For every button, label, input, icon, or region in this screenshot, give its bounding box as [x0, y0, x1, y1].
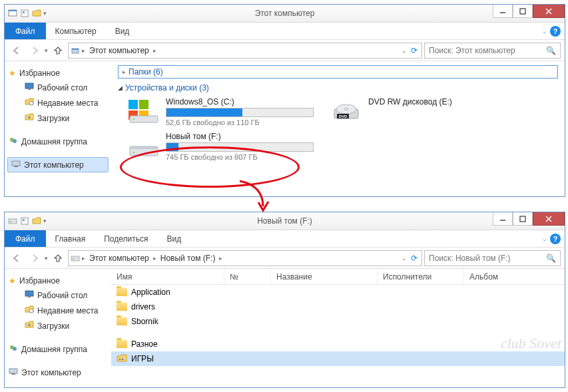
svg-rect-5 — [520, 9, 525, 14]
address-dropdown-icon[interactable]: ⌄ — [402, 255, 407, 262]
sidebar-favorites[interactable]: ★ Избранное — [7, 67, 109, 80]
columns-header[interactable]: Имя № Название Исполнители Альбом — [111, 269, 565, 285]
breadcrumb-segment[interactable]: Этот компьютер — [87, 251, 152, 266]
ribbon-file-tab[interactable]: Файл — [5, 230, 46, 247]
ribbon-file-tab[interactable]: Файл — [5, 23, 46, 39]
svg-point-12 — [29, 101, 33, 105]
drive-f[interactable]: Новый том (F:) 745 ГБ свободно из 807 ГБ — [127, 132, 314, 161]
svg-rect-3 — [23, 11, 25, 13]
sidebar-item-desktop[interactable]: Рабочий стол — [21, 80, 109, 95]
search-icon[interactable]: 🔍 — [546, 254, 556, 263]
sidebar-item-downloads[interactable]: Загрузки — [21, 318, 109, 333]
address-bar[interactable]: ▸ Этот компьютер ▸ Новый том (F:) ▸ ⌄ ⟳ — [68, 250, 422, 266]
qat-dropdown-icon[interactable]: ▾ — [43, 218, 47, 224]
search-input[interactable] — [429, 46, 542, 55]
help-icon[interactable]: ? — [550, 26, 561, 37]
chevron-right-icon[interactable]: ▸ — [153, 47, 156, 54]
ribbon-tab-share[interactable]: Поделиться — [95, 230, 157, 247]
new-folder-qat-icon[interactable] — [31, 8, 42, 19]
collapse-icon: ◢ — [118, 85, 123, 91]
titlebar[interactable]: ▾ Этот компьютер — [5, 5, 565, 23]
navigation-bar: ▾ ▸ Этот компьютер ▸ Новый том (F:) ▸ ⌄ … — [5, 248, 565, 269]
breadcrumb-segment[interactable]: Этот компьютер — [87, 43, 152, 58]
explorer-window-this-pc: ▾ Этот компьютер Файл Компьютер Вид ⌵ ? … — [4, 4, 565, 197]
svg-rect-9 — [72, 49, 79, 50]
column-album[interactable]: Альбом — [464, 269, 565, 284]
qat-dropdown-icon[interactable]: ▾ — [43, 10, 47, 17]
up-button[interactable] — [50, 250, 66, 266]
history-dropdown-icon[interactable]: ▾ — [45, 47, 48, 54]
chevron-right-icon[interactable]: ▸ — [219, 255, 222, 262]
close-button[interactable] — [533, 5, 565, 18]
ribbon-tab-view[interactable]: Вид — [106, 23, 139, 39]
sidebar-homegroup[interactable]: Домашняя группа — [7, 341, 109, 357]
column-title[interactable]: Название — [271, 269, 378, 284]
search-icon[interactable]: 🔍 — [546, 46, 556, 55]
sidebar-this-pc[interactable]: Этот компьютер — [7, 157, 109, 172]
back-button[interactable] — [9, 250, 25, 266]
pc-icon — [9, 367, 18, 378]
breadcrumb-segment[interactable]: Новый том (F:) — [158, 251, 218, 266]
sidebar-item-downloads[interactable]: Загрузки — [21, 110, 109, 126]
close-button[interactable] — [533, 212, 565, 226]
list-item[interactable]: Разное — [111, 337, 565, 351]
titlebar[interactable]: ▾ Новый том (F:) — [5, 212, 565, 230]
section-devices[interactable]: ◢ Устройства и диски (3) — [118, 81, 558, 95]
ribbon: Файл Компьютер Вид ⌵ ? — [5, 23, 565, 40]
drive-icon — [7, 216, 18, 226]
search-box[interactable]: 🔍 — [424, 250, 561, 266]
sidebar-item-recent[interactable]: Недавние места — [21, 303, 109, 318]
search-box[interactable]: 🔍 — [424, 43, 561, 59]
back-button[interactable] — [9, 43, 25, 59]
navigation-pane: ★ Избранное Рабочий стол Недавние места … — [5, 61, 111, 196]
expand-ribbon-icon[interactable]: ⌵ — [543, 28, 546, 35]
address-bar[interactable]: ▸ Этот компьютер ▸ ⌄ ⟳ — [68, 43, 422, 59]
drive-name: Windows8_OS (C:) — [166, 97, 314, 106]
address-dropdown-icon[interactable]: ⌄ — [402, 47, 407, 54]
properties-qat-icon[interactable] — [19, 216, 30, 226]
refresh-icon[interactable]: ⟳ — [408, 46, 420, 55]
section-folders[interactable]: ▸ Папки (6) — [118, 65, 558, 79]
ribbon-tab-home[interactable]: Главная — [46, 230, 95, 247]
properties-qat-icon[interactable] — [19, 8, 30, 19]
drive-name: Новый том (F:) — [166, 132, 314, 141]
minimize-button[interactable] — [493, 5, 513, 18]
sidebar-item-desktop[interactable]: Рабочий стол — [21, 288, 109, 303]
maximize-button[interactable] — [513, 212, 533, 226]
ribbon-tab-view[interactable]: Вид — [157, 230, 190, 247]
up-button[interactable] — [50, 43, 66, 59]
history-dropdown-icon[interactable]: ▾ — [45, 255, 48, 262]
expand-ribbon-icon[interactable]: ⌵ — [543, 236, 546, 242]
svg-rect-17 — [129, 100, 138, 109]
chevron-right-icon[interactable]: ▸ — [82, 47, 85, 54]
minimize-button[interactable] — [493, 212, 513, 226]
svg-text:DVD: DVD — [339, 114, 348, 118]
refresh-icon[interactable]: ⟳ — [408, 254, 420, 263]
list-item[interactable]: Sbornik — [111, 314, 565, 329]
ribbon-tab-computer[interactable]: Компьютер — [46, 23, 106, 39]
column-artists[interactable]: Исполнители — [378, 269, 464, 284]
list-item-selected[interactable]: ИГРЫ — [111, 351, 565, 366]
main-pane: Имя № Название Исполнители Альбом Applic… — [111, 269, 565, 387]
chevron-right-icon[interactable]: ▸ — [153, 255, 156, 262]
column-num[interactable]: № — [224, 269, 271, 284]
search-input[interactable] — [429, 254, 542, 263]
folder-icon — [117, 317, 127, 325]
sidebar-favorites[interactable]: ★ Избранное — [7, 274, 109, 288]
drive-dvd[interactable]: DVD DVD RW дисковод (E:) — [330, 97, 476, 126]
hdd-icon — [127, 97, 160, 124]
maximize-button[interactable] — [513, 5, 533, 18]
forward-button[interactable] — [27, 43, 43, 59]
sidebar-item-recent[interactable]: Недавние места — [21, 95, 109, 110]
sidebar-homegroup[interactable]: Домашняя группа — [7, 134, 109, 149]
column-name[interactable]: Имя — [111, 269, 224, 284]
help-icon[interactable]: ? — [550, 234, 561, 244]
list-item[interactable]: Application — [111, 285, 565, 299]
forward-button[interactable] — [27, 250, 43, 266]
svg-rect-47 — [11, 373, 15, 375]
chevron-right-icon[interactable]: ▸ — [82, 255, 85, 262]
drive-c[interactable]: Windows8_OS (C:) 52,6 ГБ свободно из 110… — [127, 97, 314, 126]
sidebar-this-pc[interactable]: Этот компьютер — [7, 365, 109, 380]
list-item[interactable]: drivers — [111, 299, 565, 314]
new-folder-qat-icon[interactable] — [31, 216, 42, 226]
